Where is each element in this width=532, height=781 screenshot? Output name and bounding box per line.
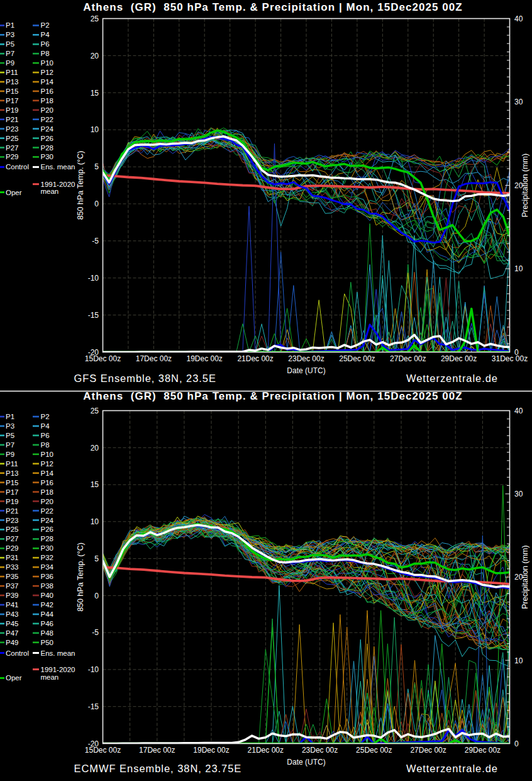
svg-text:10: 10: [91, 517, 99, 526]
svg-text:P23: P23: [6, 125, 18, 133]
svg-text:P47: P47: [6, 629, 18, 637]
svg-text:23Dec 00z: 23Dec 00z: [288, 354, 324, 363]
svg-text:P8: P8: [41, 50, 50, 57]
svg-text:40: 40: [514, 14, 523, 23]
svg-text:P1: P1: [6, 413, 14, 420]
svg-text:31Dec 00z: 31Dec 00z: [492, 354, 528, 363]
svg-text:P6: P6: [41, 40, 50, 48]
svg-text:Date (UTC): Date (UTC): [287, 366, 325, 375]
svg-text:P28: P28: [41, 535, 53, 542]
svg-text:P13: P13: [6, 469, 18, 477]
svg-text:P37: P37: [6, 582, 18, 590]
svg-text:P7: P7: [6, 50, 14, 57]
svg-text:25: 25: [91, 14, 99, 23]
svg-text:-15: -15: [88, 702, 99, 711]
svg-text:40: 40: [514, 407, 523, 415]
svg-text:P3: P3: [6, 31, 14, 38]
svg-text:Precipitation (mm): Precipitation (mm): [521, 545, 529, 609]
svg-text:20: 20: [91, 444, 99, 452]
svg-text:P20: P20: [41, 106, 53, 114]
svg-text:P48: P48: [41, 629, 53, 637]
svg-text:P19: P19: [6, 498, 18, 505]
svg-text:P38: P38: [41, 582, 53, 590]
svg-text:P24: P24: [41, 125, 54, 133]
svg-text:P21: P21: [6, 507, 18, 515]
svg-text:-10: -10: [88, 665, 99, 674]
svg-text:Oper: Oper: [6, 189, 22, 196]
svg-text:P13: P13: [6, 78, 18, 86]
svg-text:P25: P25: [6, 135, 18, 142]
svg-text:P4: P4: [41, 422, 50, 430]
svg-text:P40: P40: [41, 592, 53, 599]
svg-text:0: 0: [94, 199, 99, 208]
svg-text:P14: P14: [41, 469, 54, 477]
svg-text:Date (UTC): Date (UTC): [287, 758, 325, 767]
svg-text:850 hPa Temp. (°C): 850 hPa Temp. (°C): [76, 151, 85, 220]
svg-text:P5: P5: [6, 40, 14, 48]
svg-text:17Dec 00z: 17Dec 00z: [139, 746, 175, 755]
svg-text:P16: P16: [41, 479, 53, 486]
svg-text:P36: P36: [41, 573, 53, 580]
svg-text:27Dec 00z: 27Dec 00z: [410, 746, 446, 755]
svg-text:Wetterzentrale.de: Wetterzentrale.de: [406, 373, 498, 384]
svg-text:20: 20: [91, 52, 99, 60]
svg-text:-5: -5: [92, 237, 99, 245]
svg-text:29Dec 00z: 29Dec 00z: [465, 746, 501, 755]
svg-text:10: 10: [514, 264, 523, 273]
svg-text:P11: P11: [6, 460, 18, 468]
svg-text:P3: P3: [6, 422, 14, 430]
svg-text:P6: P6: [41, 432, 50, 439]
svg-text:25Dec 00z: 25Dec 00z: [339, 354, 375, 363]
svg-text:29Dec 00z: 29Dec 00z: [441, 354, 477, 363]
svg-text:Oper: Oper: [6, 674, 22, 682]
svg-text:P26: P26: [41, 135, 53, 142]
svg-text:30: 30: [514, 98, 523, 106]
svg-text:P46: P46: [41, 620, 53, 627]
svg-text:Athens (GR) 850 hPa Temp. &: Athens (GR) 850 hPa Temp. & Precipitatio…: [83, 1, 463, 13]
svg-text:P15: P15: [6, 87, 18, 95]
svg-text:5: 5: [94, 162, 99, 171]
svg-text:-5: -5: [92, 628, 99, 637]
svg-text:P22: P22: [41, 116, 53, 123]
svg-text:P12: P12: [41, 460, 53, 468]
svg-text:P2: P2: [41, 413, 50, 420]
svg-text:P16: P16: [41, 87, 53, 95]
svg-text:Wetterzentrale.de: Wetterzentrale.de: [406, 763, 498, 774]
svg-text:10: 10: [91, 125, 99, 134]
svg-text:P20: P20: [41, 498, 53, 505]
svg-text:15: 15: [91, 480, 99, 489]
svg-text:ECMWF Ensemble, 38N, 23.75E: ECMWF Ensemble, 38N, 23.75E: [74, 763, 242, 774]
svg-text:19Dec 00z: 19Dec 00z: [187, 354, 223, 363]
svg-text:P49: P49: [6, 639, 18, 646]
svg-text:P42: P42: [41, 601, 53, 609]
svg-text:5: 5: [94, 554, 99, 563]
svg-text:P30: P30: [41, 153, 53, 160]
svg-text:P26: P26: [41, 525, 53, 533]
svg-text:P44: P44: [41, 610, 54, 618]
svg-text:850 hPa Temp. (°C): 850 hPa Temp. (°C): [76, 542, 85, 612]
svg-text:25Dec 00z: 25Dec 00z: [356, 746, 392, 755]
svg-text:30: 30: [514, 490, 523, 498]
svg-text:P9: P9: [6, 451, 14, 458]
svg-text:15Dec 00z: 15Dec 00z: [85, 354, 121, 363]
svg-text:0: 0: [514, 739, 519, 748]
svg-text:P35: P35: [6, 573, 18, 580]
svg-text:15Dec 00z: 15Dec 00z: [85, 746, 121, 755]
svg-text:P18: P18: [41, 488, 53, 496]
svg-text:0: 0: [94, 592, 99, 600]
svg-text:P29: P29: [6, 153, 18, 160]
svg-text:P43: P43: [6, 610, 18, 618]
svg-text:17Dec 00z: 17Dec 00z: [136, 354, 172, 363]
svg-text:P21: P21: [6, 116, 18, 123]
svg-text:P28: P28: [41, 144, 53, 152]
svg-text:27Dec 00z: 27Dec 00z: [390, 354, 426, 363]
svg-text:P45: P45: [6, 620, 18, 627]
svg-text:P12: P12: [41, 69, 53, 76]
svg-text:P18: P18: [41, 97, 53, 104]
svg-text:mean: mean: [41, 673, 59, 681]
svg-text:P10: P10: [41, 451, 53, 458]
svg-text:-15: -15: [88, 311, 99, 320]
svg-text:P8: P8: [41, 441, 50, 449]
svg-text:GFS Ensemble, 38N, 23.5E: GFS Ensemble, 38N, 23.5E: [74, 373, 216, 384]
svg-text:P39: P39: [6, 592, 18, 599]
